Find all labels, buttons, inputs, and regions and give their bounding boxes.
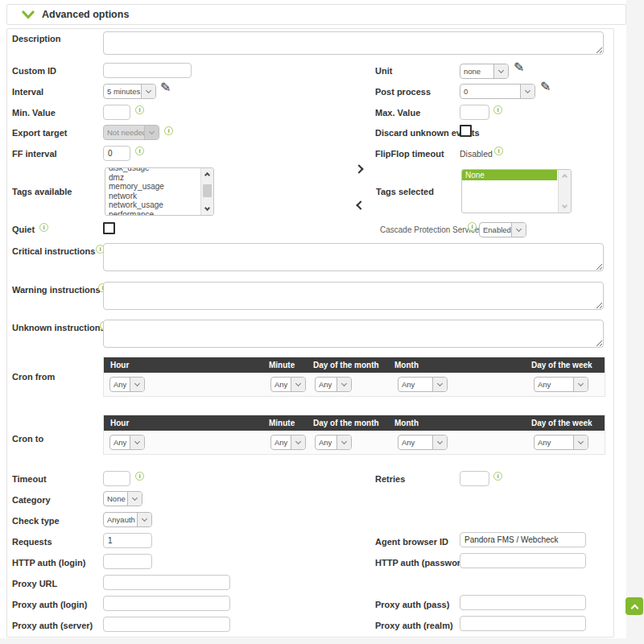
check-type-select-value: Anyauth [104,513,137,526]
retries-input[interactable] [460,471,489,486]
flipflop-timeout-label: FlipFlop timeout [375,149,444,159]
interval-select[interactable]: 5 minutes [103,84,156,99]
discard-unknown-events-checkbox[interactable] [460,125,472,137]
flipflop-timeout-info-icon[interactable]: i [494,147,503,155]
scroll-down-icon[interactable] [559,201,571,213]
unit-edit-pencil-icon[interactable]: ✎ [514,61,524,74]
column-header: Day of the week [531,361,592,369]
category-select[interactable]: None [103,491,142,506]
check-type-label: Check type [12,516,60,526]
agent-browser-id-label: Agent browser ID [375,537,448,547]
scroll-up-icon[interactable] [559,170,571,181]
column-header: Month [394,361,419,369]
quiet-info-icon[interactable]: i [39,223,48,232]
list-item[interactable]: network_usage [105,200,200,210]
select-value: Any [398,436,432,449]
cron-to-day-of-week-select[interactable]: Any [534,435,588,450]
proxy-auth-server-input[interactable] [103,617,230,632]
tags-available-list[interactable]: disk_usage dmz memory_usage network netw… [105,167,214,216]
quiet-checkbox[interactable] [103,222,115,234]
cron-to-month-select[interactable]: Any [398,435,448,450]
export-target-label: Export target [12,128,67,138]
export-target-info-icon[interactable]: i [164,126,173,135]
select-value: Any [398,378,432,391]
proxy-auth-realm-label: Proxy auth (realm) [375,621,453,630]
select-value: Any [110,378,130,391]
custom-id-input[interactable] [103,63,192,78]
timeout-info-icon[interactable]: i [135,472,144,481]
requests-input[interactable] [103,533,152,548]
cron-to-minute-select[interactable]: Any [270,435,306,450]
unknown-instructions-textarea[interactable] [103,320,604,348]
timeout-input[interactable] [103,471,130,486]
list-item[interactable]: network [105,192,200,201]
http-auth-password-label: HTTP auth (password) [375,558,469,568]
page-bottom-strip [0,638,626,644]
warning-instructions-label: Warning instructions [12,285,101,295]
column-header: Month [394,419,419,427]
chevron-down-icon [432,436,447,449]
unit-select[interactable]: none [460,64,509,79]
warning-instructions-textarea[interactable] [103,282,604,310]
cascade-protection-services-select[interactable]: Enabled [479,222,526,237]
max-value-info-icon[interactable]: i [493,105,502,114]
http-auth-login-input[interactable] [103,554,152,569]
scrollbar-thumb[interactable] [203,184,212,197]
post-process-select[interactable]: 0 [460,84,535,99]
cron-from-header-row: Hour Minute Day of the month Month Day o… [104,357,605,373]
proxy-auth-pass-label: Proxy auth (pass) [375,600,449,609]
proxy-auth-realm-input[interactable] [460,616,586,631]
scrollbar[interactable] [200,168,213,215]
retries-label: Retries [375,474,405,484]
advanced-options-header[interactable]: Advanced options [6,4,626,25]
select-value: Any [271,378,291,391]
cron-from-hour-select[interactable]: Any [109,377,145,392]
scroll-to-top-button[interactable] [625,597,643,615]
min-value-input[interactable] [103,105,130,120]
list-item[interactable]: dmz [105,173,200,183]
scroll-down-icon[interactable] [201,204,213,215]
min-value-info-icon[interactable]: i [135,105,144,114]
cascade-select-value: Enabled [480,223,511,237]
proxy-auth-login-input[interactable] [103,596,230,611]
interval-edit-pencil-icon[interactable]: ✎ [160,81,171,94]
description-textarea[interactable] [103,31,604,55]
scrollbar[interactable] [558,170,571,213]
cron-to-day-of-month-select[interactable]: Any [315,435,352,450]
proxy-auth-pass-input[interactable] [460,595,586,610]
select-value: Any [110,436,130,449]
cron-from-day-of-month-select[interactable]: Any [315,377,352,392]
select-value: Any [316,436,336,449]
scroll-up-icon[interactable] [201,168,213,180]
max-value-input[interactable] [460,105,489,120]
ff-interval-label: FF interval [12,149,57,159]
cron-from-month-select[interactable]: Any [398,377,448,392]
agent-browser-id-input[interactable] [460,532,586,547]
select-value: Any [316,378,336,391]
column-header: Hour [110,419,129,427]
critical-instructions-textarea[interactable] [103,243,604,271]
http-auth-password-input[interactable] [460,553,586,568]
cron-to-hour-select[interactable]: Any [109,435,145,450]
chevron-down-icon [432,378,447,391]
check-type-select[interactable]: Anyauth [103,512,152,527]
cron-from-day-of-week-select[interactable]: Any [534,377,588,392]
select-value: Any [271,436,291,449]
cron-from-minute-select[interactable]: Any [270,377,306,392]
tags-selected-list[interactable]: None [461,169,572,213]
tags-selected-label: Tags selected [376,187,434,196]
chevron-down-icon [130,378,144,391]
post-process-edit-pencil-icon[interactable]: ✎ [540,80,551,93]
list-item-selected[interactable]: None [462,170,557,180]
cascade-protection-services-info-icon[interactable]: i [468,222,477,231]
chevron-down-icon [291,378,305,391]
flipflop-timeout-value: Disabled [460,149,493,159]
list-item[interactable]: memory_usage [105,182,200,192]
ff-interval-input[interactable] [103,146,130,161]
list-item[interactable]: performance [105,210,200,217]
proxy-url-input[interactable] [103,575,230,590]
chevron-down-icon [573,436,588,449]
retries-info-icon[interactable]: i [493,472,502,481]
chevron-down-icon [130,436,144,449]
ff-interval-info-icon[interactable]: i [135,147,144,155]
